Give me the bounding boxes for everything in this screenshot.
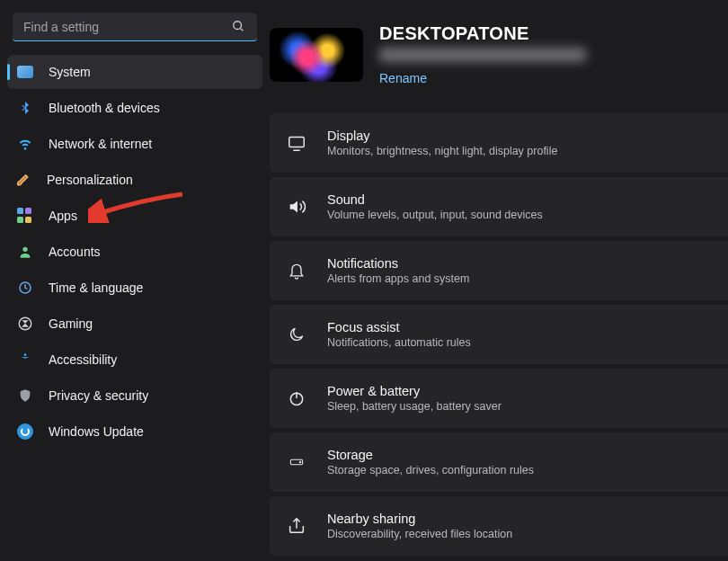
svg-point-1 xyxy=(22,247,27,252)
update-icon xyxy=(16,423,34,441)
sidebar-item-gaming[interactable]: Gaming xyxy=(7,307,262,341)
svg-rect-5 xyxy=(289,138,305,147)
paintbrush-icon xyxy=(16,172,32,188)
sidebar-item-label: Personalization xyxy=(47,173,133,187)
sidebar-item-update[interactable]: Windows Update xyxy=(7,414,262,449)
setting-card-notifications[interactable]: Notifications Alerts from apps and syste… xyxy=(270,241,728,300)
sidebar-item-label: System xyxy=(49,65,91,79)
settings-sidebar: System Bluetooth & devices Network & int… xyxy=(0,0,270,561)
setting-card-nearby[interactable]: Nearby sharing Discoverability, received… xyxy=(270,496,728,556)
sidebar-item-label: Apps xyxy=(49,209,77,223)
sidebar-item-label: Time & language xyxy=(49,280,143,295)
person-icon xyxy=(16,243,34,261)
card-title: Storage xyxy=(327,448,534,462)
device-header: DESKTOPATONE Rename xyxy=(270,23,728,86)
sidebar-item-privacy[interactable]: Privacy & security xyxy=(7,378,262,413)
power-icon xyxy=(286,387,307,409)
wifi-icon xyxy=(16,135,34,153)
share-icon xyxy=(286,515,307,537)
device-model-redacted xyxy=(379,48,586,62)
sidebar-item-network[interactable]: Network & internet xyxy=(7,127,262,161)
storage-icon xyxy=(286,451,307,473)
shield-icon xyxy=(16,387,34,405)
sidebar-item-accounts[interactable]: Accounts xyxy=(7,235,262,269)
card-title: Power & battery xyxy=(327,384,502,398)
monitor-icon xyxy=(16,63,34,81)
setting-card-sound[interactable]: Sound Volume levels, output, input, soun… xyxy=(270,177,728,236)
sidebar-item-label: Accounts xyxy=(49,245,101,259)
setting-card-display[interactable]: Display Monitors, brightness, night ligh… xyxy=(270,113,728,173)
system-page: DESKTOPATONE Rename Display Monitors, br… xyxy=(270,0,728,561)
card-subtitle: Volume levels, output, input, sound devi… xyxy=(327,209,543,221)
bell-icon xyxy=(286,260,307,281)
card-subtitle: Monitors, brightness, night light, displ… xyxy=(327,145,557,157)
moon-icon xyxy=(286,324,307,345)
sidebar-item-label: Gaming xyxy=(49,316,93,331)
accessibility-icon xyxy=(16,351,34,369)
rename-link[interactable]: Rename xyxy=(379,71,427,85)
bluetooth-icon xyxy=(16,99,34,117)
card-title: Sound xyxy=(327,192,543,207)
sidebar-item-accessibility[interactable]: Accessibility xyxy=(7,343,262,377)
settings-nav: System Bluetooth & devices Network & int… xyxy=(5,54,264,450)
sidebar-item-label: Windows Update xyxy=(49,424,144,439)
apps-grid-icon xyxy=(16,207,34,225)
card-subtitle: Sleep, battery usage, battery saver xyxy=(327,400,502,413)
card-subtitle: Storage space, drives, configuration rul… xyxy=(327,464,534,476)
device-info: DESKTOPATONE Rename xyxy=(379,23,586,86)
sidebar-item-label: Bluetooth & devices xyxy=(49,101,160,115)
search-input[interactable] xyxy=(13,13,257,41)
sidebar-item-system[interactable]: System xyxy=(7,55,262,89)
search-wrap xyxy=(13,13,257,41)
xbox-icon xyxy=(16,315,34,333)
device-name: DESKTOPATONE xyxy=(379,23,586,44)
search-icon xyxy=(232,20,246,34)
card-subtitle: Discoverability, received files location xyxy=(327,528,512,540)
sidebar-item-time[interactable]: Time & language xyxy=(7,271,262,305)
setting-card-power[interactable]: Power & battery Sleep, battery usage, ba… xyxy=(270,369,728,428)
sidebar-item-personalization[interactable]: Personalization xyxy=(7,163,262,197)
sidebar-item-label: Accessibility xyxy=(49,352,117,367)
card-title: Focus assist xyxy=(327,320,471,334)
display-icon xyxy=(286,132,307,154)
sidebar-item-label: Privacy & security xyxy=(49,388,148,403)
card-title: Display xyxy=(327,129,557,143)
card-title: Nearby sharing xyxy=(327,512,512,526)
device-wallpaper-thumb xyxy=(270,28,363,82)
sidebar-item-bluetooth[interactable]: Bluetooth & devices xyxy=(7,91,262,125)
card-subtitle: Alerts from apps and system xyxy=(327,272,469,285)
svg-point-8 xyxy=(299,461,300,462)
card-subtitle: Notifications, automatic rules xyxy=(327,336,471,349)
svg-point-0 xyxy=(234,22,242,30)
sidebar-item-apps[interactable]: Apps xyxy=(7,199,262,233)
clock-globe-icon xyxy=(16,279,34,297)
system-settings-list: Display Monitors, brightness, night ligh… xyxy=(270,113,728,556)
setting-card-storage[interactable]: Storage Storage space, drives, configura… xyxy=(270,432,728,492)
setting-card-focus[interactable]: Focus assist Notifications, automatic ru… xyxy=(270,305,728,364)
card-title: Notifications xyxy=(327,256,469,271)
svg-point-4 xyxy=(24,353,27,356)
sidebar-item-label: Network & internet xyxy=(49,137,152,151)
sound-icon xyxy=(286,196,307,218)
